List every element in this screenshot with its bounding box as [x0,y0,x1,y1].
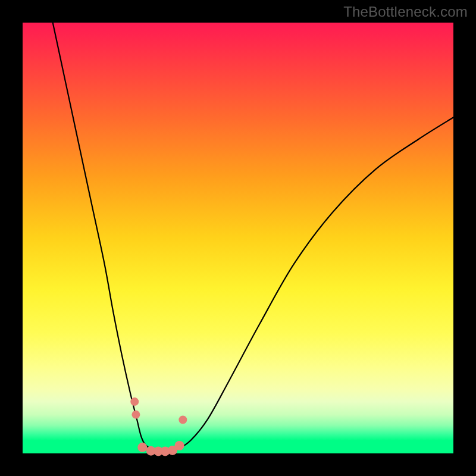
trough-marker-dot [175,441,184,450]
watermark-text: TheBottleneck.com [343,4,468,20]
chart-area [23,23,453,453]
bottleneck-curve [53,23,453,452]
trough-marker-dot [137,443,147,452]
chart-svg [23,23,453,453]
trough-marker-dot [131,411,140,419]
trough-marker-dot [178,416,187,424]
trough-marker-dot [130,397,139,406]
